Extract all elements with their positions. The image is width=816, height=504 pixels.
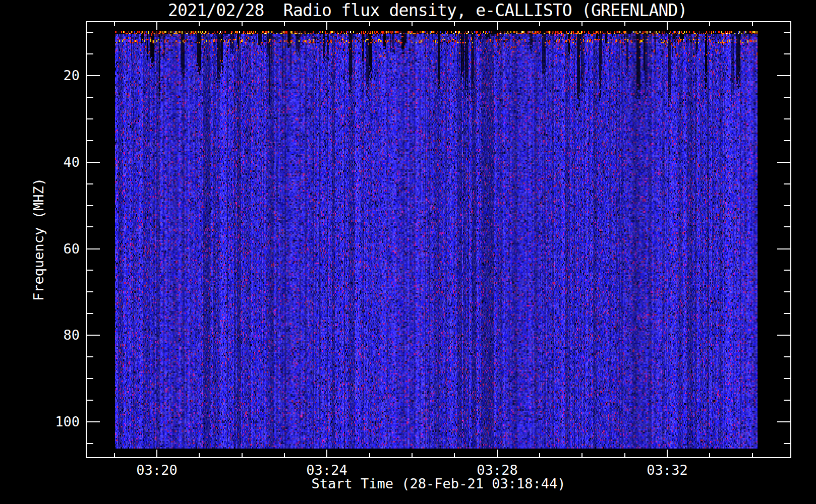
tick-mark: [412, 22, 413, 26]
tick-mark: [156, 450, 157, 457]
tick-mark: [581, 22, 582, 26]
tick-mark: [284, 453, 285, 457]
tick-mark: [777, 421, 790, 422]
plot-frame: [86, 21, 791, 458]
y-tick-label: 40: [19, 155, 80, 169]
tick-mark: [87, 183, 93, 184]
tick-mark: [777, 335, 790, 336]
tick-mark: [326, 450, 327, 457]
tick-mark: [784, 140, 790, 141]
tick-mark: [87, 162, 100, 163]
tick-mark: [784, 291, 790, 292]
tick-mark: [156, 22, 157, 30]
tick-mark: [752, 453, 753, 457]
y-tick-label: 100: [19, 415, 80, 429]
tick-mark: [709, 22, 710, 26]
tick-mark: [87, 421, 100, 422]
tick-mark: [624, 22, 625, 26]
tick-mark: [539, 453, 540, 457]
tick-mark: [784, 400, 790, 401]
tick-mark: [497, 22, 498, 30]
tick-mark: [412, 453, 413, 457]
tick-mark: [87, 226, 93, 227]
x-tick-label: 03:24: [284, 463, 370, 477]
y-tick-label: 60: [19, 242, 80, 256]
tick-mark: [284, 22, 285, 26]
tick-mark: [114, 22, 115, 26]
tick-mark: [539, 22, 540, 26]
tick-mark: [87, 400, 93, 401]
tick-mark: [777, 75, 790, 76]
tick-mark: [87, 356, 93, 357]
tick-mark: [784, 53, 790, 54]
tick-mark: [784, 205, 790, 206]
tick-mark: [784, 183, 790, 184]
tick-mark: [87, 270, 93, 271]
tick-mark: [784, 378, 790, 379]
tick-mark: [87, 335, 100, 336]
tick-mark: [87, 97, 93, 98]
x-axis-label: Start Time (28-Feb-21 03:18:44): [86, 476, 791, 491]
x-tick-label: 03:28: [454, 463, 540, 477]
tick-mark: [709, 453, 710, 457]
tick-mark: [199, 453, 200, 457]
tick-mark: [87, 75, 100, 76]
tick-mark: [784, 226, 790, 227]
plot-title: 2021/02/28 Radio flux density, e-CALLIST…: [168, 1, 687, 20]
tick-mark: [87, 443, 93, 444]
tick-mark: [777, 162, 790, 163]
tick-mark: [369, 453, 370, 457]
tick-mark: [784, 443, 790, 444]
spectrogram-panel: 2021/02/28 Radio flux density, e-CALLIST…: [0, 0, 816, 504]
tick-mark: [87, 248, 100, 249]
tick-mark: [326, 22, 327, 30]
tick-mark: [497, 450, 498, 457]
tick-mark: [784, 97, 790, 98]
tick-mark: [784, 118, 790, 119]
tick-mark: [369, 22, 370, 26]
tick-mark: [242, 453, 243, 457]
tick-mark: [784, 313, 790, 314]
tick-mark: [114, 453, 115, 457]
y-tick-label: 20: [19, 69, 80, 83]
tick-mark: [87, 205, 93, 206]
tick-mark: [667, 22, 668, 30]
tick-mark: [581, 453, 582, 457]
tick-mark: [784, 270, 790, 271]
tick-mark: [87, 118, 93, 119]
tick-mark: [87, 140, 93, 141]
tick-mark: [454, 453, 455, 457]
y-axis-label: Frequency (MHZ): [31, 178, 46, 301]
tick-mark: [87, 378, 93, 379]
tick-mark: [777, 248, 790, 249]
tick-mark: [784, 32, 790, 33]
tick-mark: [624, 453, 625, 457]
tick-mark: [87, 291, 93, 292]
tick-mark: [87, 313, 93, 314]
tick-mark: [454, 22, 455, 26]
tick-mark: [784, 356, 790, 357]
y-tick-label: 80: [19, 328, 80, 342]
tick-mark: [242, 22, 243, 26]
tick-mark: [752, 22, 753, 26]
tick-mark: [667, 450, 668, 457]
x-tick-label: 03:20: [114, 463, 200, 477]
tick-mark: [87, 32, 93, 33]
x-tick-label: 03:32: [624, 463, 710, 477]
tick-mark: [87, 53, 93, 54]
tick-mark: [199, 22, 200, 26]
